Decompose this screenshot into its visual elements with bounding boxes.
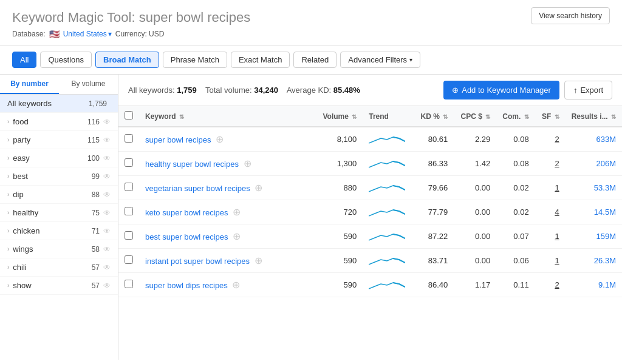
row-checkbox-cell[interactable]: [118, 224, 139, 249]
sidebar-item-all-keywords[interactable]: All keywords 1,759: [0, 95, 118, 113]
sidebar-item-chicken[interactable]: › chicken 71 👁: [0, 222, 118, 240]
tab-all[interactable]: All: [12, 52, 36, 68]
keyword-link[interactable]: keto super bowl recipes: [145, 208, 228, 217]
add-keyword-icon[interactable]: ⊕: [216, 134, 224, 144]
results-link[interactable]: 9.1M: [598, 280, 616, 289]
eye-icon[interactable]: 👁: [103, 136, 111, 144]
tab-questions[interactable]: Questions: [40, 52, 92, 68]
add-keyword-icon[interactable]: ⊕: [244, 158, 251, 169]
sidebar-item-show[interactable]: › show 57 👁: [0, 277, 118, 295]
chevron-right-icon: ›: [7, 191, 9, 198]
keyword-link[interactable]: vegetarian super bowl recipes: [145, 184, 250, 193]
sidebar-item-count: 1,759: [89, 99, 107, 108]
keyword-column-header[interactable]: Keyword ⇅: [139, 106, 314, 127]
sidebar-item-food[interactable]: › food 116 👁: [0, 113, 118, 131]
volume-column-header[interactable]: Volume ⇅: [314, 106, 363, 127]
row-checkbox[interactable]: [125, 158, 133, 167]
cpc-column-header[interactable]: CPC $ ⇅: [454, 106, 496, 127]
add-keyword-icon[interactable]: ⊕: [255, 183, 262, 193]
row-checkbox[interactable]: [125, 207, 133, 215]
cpc-cell: 1.42: [454, 152, 496, 176]
row-checkbox-cell[interactable]: [118, 249, 139, 273]
add-keyword-icon[interactable]: ⊕: [233, 231, 241, 241]
sidebar-item-count: 57: [92, 263, 100, 272]
eye-icon[interactable]: 👁: [103, 227, 111, 235]
keyword-link[interactable]: best super bowl recipes: [145, 232, 228, 241]
advanced-filters-label: Advanced Filters: [348, 55, 407, 64]
row-checkbox[interactable]: [125, 255, 133, 264]
kd-column-header[interactable]: KD % ⇅: [411, 106, 454, 127]
flag-icon: 🇺🇸: [49, 29, 60, 39]
eye-icon[interactable]: 👁: [103, 172, 111, 181]
main-content: All keywords: 1,759 Total volume: 34,240…: [118, 75, 622, 360]
tab-broad-match[interactable]: Broad Match: [95, 52, 159, 68]
results-link[interactable]: 206M: [596, 159, 616, 168]
sidebar-item-count: 115: [87, 136, 100, 144]
sidebar-item-label: food: [13, 117, 87, 126]
table-row: healthy super bowl recipes ⊕ 1,300 86.33…: [118, 152, 622, 176]
row-checkbox-cell[interactable]: [118, 200, 139, 224]
export-button[interactable]: ↑ Export: [564, 81, 612, 99]
row-checkbox[interactable]: [125, 134, 133, 143]
keyword-link[interactable]: super bowl recipes: [145, 135, 211, 144]
sidebar-tab-by-volume[interactable]: By volume: [59, 75, 118, 94]
chevron-down-icon: ▾: [409, 56, 412, 63]
select-all-checkbox[interactable]: [125, 111, 133, 120]
sidebar-item-label: chili: [13, 263, 91, 272]
eye-icon[interactable]: 👁: [103, 209, 111, 217]
row-checkbox[interactable]: [125, 280, 133, 288]
add-keyword-icon[interactable]: ⊕: [232, 280, 240, 290]
keyword-cell: super bowl dips recipes ⊕: [139, 273, 314, 297]
add-keyword-icon[interactable]: ⊕: [255, 255, 262, 266]
row-checkbox-cell[interactable]: [118, 127, 139, 152]
results-link[interactable]: 159M: [596, 232, 616, 241]
results-link[interactable]: 26.3M: [594, 256, 616, 265]
sidebar-item-best[interactable]: › best 99 👁: [0, 167, 118, 186]
kd-cell: 87.22: [411, 224, 454, 249]
tab-phrase-match[interactable]: Phrase Match: [163, 52, 227, 68]
sidebar-item-party[interactable]: › party 115 👁: [0, 131, 118, 149]
view-history-button[interactable]: View search history: [531, 7, 610, 24]
eye-icon[interactable]: 👁: [103, 245, 111, 254]
row-checkbox-cell[interactable]: [118, 273, 139, 297]
cpc-cell: 1.17: [454, 273, 496, 297]
keyword-link[interactable]: super bowl dips recipes: [145, 281, 228, 290]
keyword-link[interactable]: healthy super bowl recipes: [145, 160, 239, 169]
sidebar-item-wings[interactable]: › wings 58 👁: [0, 240, 118, 258]
results-column-header[interactable]: Results i... ⇅: [566, 106, 622, 127]
chevron-right-icon: ›: [7, 173, 9, 180]
results-link[interactable]: 14.5M: [594, 207, 616, 217]
results-link[interactable]: 53.3M: [594, 183, 616, 192]
tab-related[interactable]: Related: [293, 52, 337, 68]
sidebar-tab-by-number[interactable]: By number: [0, 75, 59, 94]
sidebar-item-dip[interactable]: › dip 88 👁: [0, 186, 118, 204]
select-all-header[interactable]: [118, 106, 139, 127]
com-column-header[interactable]: Com. ⇅: [496, 106, 535, 127]
row-checkbox-cell[interactable]: [118, 176, 139, 200]
tab-exact-match[interactable]: Exact Match: [231, 52, 290, 68]
results-link[interactable]: 633M: [596, 135, 616, 144]
sidebar-item-easy[interactable]: › easy 100 👁: [0, 149, 118, 167]
page-title: Keyword Magic Tool: super bowl recipes: [12, 10, 250, 25]
sidebar-item-chili[interactable]: › chili 57 👁: [0, 258, 118, 277]
add-keyword-icon[interactable]: ⊕: [233, 207, 241, 217]
add-to-keyword-manager-button[interactable]: ⊕ Add to Keyword Manager: [443, 81, 559, 99]
row-checkbox-cell[interactable]: [118, 152, 139, 176]
volume-cell: 590: [314, 273, 363, 297]
eye-icon[interactable]: 👁: [103, 263, 111, 272]
row-checkbox[interactable]: [125, 231, 133, 240]
eye-icon[interactable]: 👁: [103, 281, 111, 290]
kd-cell: 86.33: [411, 152, 454, 176]
advanced-filters-dropdown[interactable]: Advanced Filters ▾: [340, 52, 420, 68]
eye-icon[interactable]: 👁: [103, 118, 111, 126]
keyword-link[interactable]: instant pot super bowl recipes: [145, 257, 250, 266]
country-selector[interactable]: United States ▾: [63, 30, 112, 38]
sidebar-item-healthy[interactable]: › healthy 75 👁: [0, 204, 118, 222]
plus-icon: ⊕: [452, 86, 459, 95]
row-checkbox[interactable]: [125, 183, 133, 191]
eye-icon[interactable]: 👁: [103, 154, 111, 163]
sidebar-item-label: best: [13, 172, 91, 181]
trend-column-header[interactable]: Trend: [363, 106, 411, 127]
sf-column-header[interactable]: SF ⇅: [535, 106, 566, 127]
eye-icon[interactable]: 👁: [103, 190, 111, 199]
